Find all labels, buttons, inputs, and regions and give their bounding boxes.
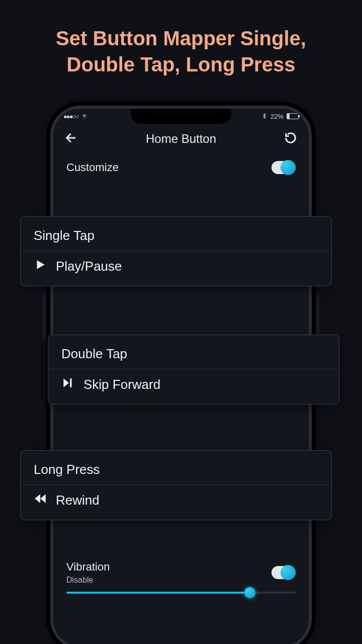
back-arrow-icon[interactable] (64, 131, 78, 147)
card-action-row[interactable]: Skip Forward (61, 376, 326, 393)
vibration-toggle[interactable] (272, 566, 296, 579)
customize-label: Customize (66, 161, 119, 174)
single-tap-card[interactable]: Single Tap Play/Pause (20, 216, 332, 286)
battery-percent: 22% (270, 113, 284, 120)
card-action-label: Skip Forward (83, 377, 160, 392)
bluetooth-icon (261, 113, 267, 120)
customize-toggle[interactable] (272, 161, 296, 174)
customize-row: Customize (53, 154, 309, 181)
skip-forward-icon (61, 376, 74, 393)
slider-thumb[interactable] (244, 587, 255, 598)
play-icon (34, 258, 47, 275)
wifi-icon (81, 112, 88, 121)
vibration-slider[interactable] (66, 592, 296, 594)
vibration-sub: Disable (66, 576, 110, 585)
phone-side-button-right (316, 294, 320, 340)
card-action-label: Rewind (56, 493, 100, 508)
divider (21, 251, 331, 251)
page-title: Home Button (146, 132, 216, 146)
long-press-card[interactable]: Long Press Rewind (20, 450, 332, 520)
phone-side-button-left (42, 294, 46, 340)
rewind-icon (34, 492, 47, 509)
vibration-label: Vibration (66, 560, 110, 573)
app-header: Home Button (53, 124, 309, 154)
phone-notch (131, 109, 231, 124)
card-title: Long Press (34, 462, 318, 477)
divider (48, 369, 339, 369)
double-tap-card[interactable]: Double Tap Skip Forward (48, 335, 339, 405)
card-title: Double Tap (61, 346, 326, 362)
card-title: Single Tap (34, 228, 318, 244)
vibration-slider-wrap (53, 592, 309, 604)
card-action-label: Play/Pause (56, 259, 122, 274)
divider (21, 485, 331, 485)
vibration-row: Vibration Disable (53, 553, 309, 592)
battery-icon (287, 113, 299, 119)
promo-headline: Set Button Mapper Single, Double Tap, Lo… (0, 0, 362, 93)
signal-dots-icon: ●●●○○ (63, 113, 78, 120)
card-action-row[interactable]: Play/Pause (34, 258, 318, 275)
refresh-icon[interactable] (284, 131, 298, 147)
card-action-row[interactable]: Rewind (34, 492, 318, 509)
